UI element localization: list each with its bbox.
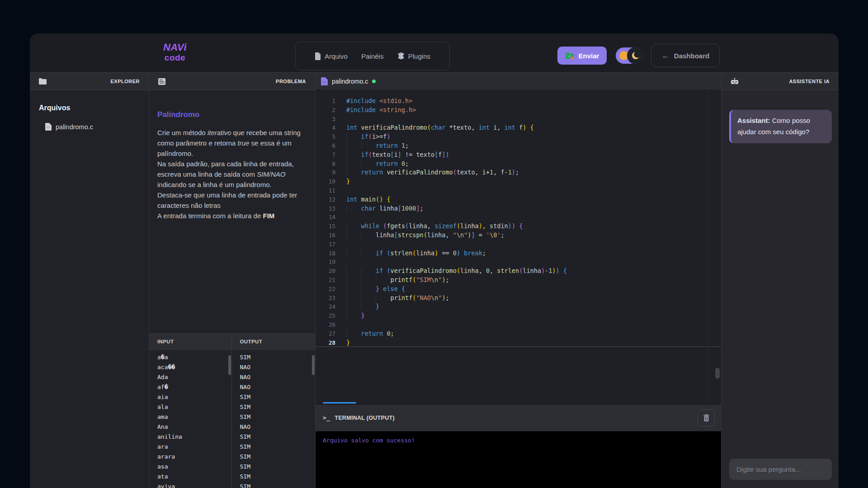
io-output-cell: SIM: [232, 443, 316, 453]
terminal-header: >_ TERMINAL (OUTPUT): [316, 404, 721, 432]
modified-dot: [372, 80, 376, 83]
code-line: 1#include <stdio.h>: [316, 97, 721, 106]
line-number: 10: [316, 177, 335, 186]
code-line: 3: [316, 115, 721, 124]
description-paragraph: Crie um método iterativo que recebe uma …: [157, 127, 304, 159]
code-line: 14: [316, 213, 721, 222]
io-input-cell: arara: [149, 453, 231, 463]
problem-panel: PROBLEMA Palindromo Crie um método itera…: [149, 72, 316, 488]
code-text: [335, 320, 346, 329]
code-line: 13 char linha[1000];: [316, 204, 721, 213]
assistant-panel: ASSISTENTE IA Assistant: Como posso ajud…: [722, 72, 839, 488]
menu-item-arquivo[interactable]: Arquivo: [315, 52, 348, 60]
io-input-cell: ata: [149, 473, 231, 483]
io-table: INPUT OUTPUT a�aaca��Adaaf�aiaalaamaAnaa…: [149, 333, 315, 488]
chat-input[interactable]: [729, 459, 832, 480]
code-text: if(texto[i] != texto[f]): [335, 150, 449, 160]
enviar-button[interactable]: ✓ Enviar: [557, 47, 607, 65]
code-text: linha[strcspn(linha, "\n")] = '\0';: [335, 231, 505, 240]
line-number: 4: [316, 123, 335, 132]
menu-item-label: Plugins: [408, 52, 430, 60]
terminal-prompt-icon: >_: [323, 414, 330, 421]
description-paragraph: A entrada termina com a leitura de FIM: [157, 211, 304, 221]
editor-scrollbar-thumb[interactable]: [715, 368, 720, 379]
io-input-cell: aia: [149, 394, 231, 404]
dashboard-button[interactable]: ← Dashboard: [651, 44, 720, 67]
code-line: 25 }: [316, 311, 721, 320]
code-text: [335, 115, 346, 124]
tab-filename: palindromo.c: [332, 78, 368, 85]
file-item[interactable]: ‹›palindromo.c: [45, 123, 149, 131]
clear-terminal-button[interactable]: [698, 409, 715, 427]
svg-text:✓: ✓: [568, 54, 571, 58]
file-icon: [315, 52, 321, 60]
code-text: if (verificaPalindromo(linha, 0, strlen(…: [335, 267, 567, 276]
editor-panel: ‹› palindromo.c 1#include <stdio.h>2#inc…: [316, 72, 722, 488]
code-text: return verificaPalindromo(texto, i+1, f-…: [335, 168, 519, 177]
code-text: return 1;: [335, 141, 409, 150]
input-scrollbar-thumb[interactable]: [228, 355, 231, 375]
code-text: } else {: [335, 285, 405, 294]
back-arrow-icon: ←: [661, 51, 670, 61]
io-output-cell: SIM: [232, 354, 316, 364]
io-input-cell: ara: [149, 443, 231, 453]
io-input-cell: Ada: [149, 374, 231, 384]
line-number: 25: [316, 311, 335, 320]
terminal-active-indicator: [323, 402, 356, 404]
io-output-cell: SIM: [232, 473, 316, 483]
assistant-header: ASSISTENTE IA: [722, 72, 839, 90]
line-number: 22: [316, 285, 335, 294]
io-output-cell: SIM: [232, 413, 316, 423]
line-number: 18: [316, 249, 335, 258]
menu-item-paineis[interactable]: Painéis: [361, 52, 383, 60]
code-text: [335, 213, 346, 222]
io-output-cell: SIM: [232, 394, 316, 404]
moon-icon: [627, 47, 644, 64]
io-output-cell: NAO: [232, 364, 316, 374]
line-number: 8: [316, 160, 335, 169]
c-file-icon: ‹›: [321, 77, 328, 85]
code-line: 10}: [316, 177, 721, 186]
folder-icon: [39, 78, 47, 84]
line-number: 15: [316, 222, 335, 231]
line-number: 24: [316, 302, 335, 311]
tab-palindromo-c[interactable]: ‹› palindromo.c: [321, 77, 376, 85]
code-line: 28}: [316, 338, 721, 347]
io-input-cell: asa: [149, 463, 231, 473]
io-output-cell: SIM: [232, 404, 316, 413]
io-table-head: INPUT OUTPUT: [149, 334, 315, 350]
line-number: 26: [316, 320, 335, 329]
menu-item-label: Painéis: [361, 52, 383, 60]
line-number: 19: [316, 258, 335, 267]
theme-toggle[interactable]: [616, 47, 644, 64]
io-output-cell: SIM: [232, 463, 316, 473]
code-editor[interactable]: 1#include <stdio.h>2#include <string.h>3…: [316, 90, 721, 402]
code-text: [335, 258, 346, 267]
app-window: NAVi code Arquivo Painéis Plugins: [30, 33, 839, 488]
menu-item-plugins[interactable]: Plugins: [397, 52, 430, 60]
terminal-output-area[interactable]: Arquivo salvo com sucesso!: [316, 432, 721, 488]
code-text: while (fgets(linha, sizeof(linha), stdin…: [335, 222, 523, 231]
io-input-cell: aviva: [149, 483, 231, 488]
io-output-cell: NAO: [232, 384, 316, 394]
code-text: char linha[1000];: [335, 204, 424, 213]
code-text: return 0;: [335, 329, 394, 338]
code-line: 18 if (strlen(linha) == 0) break;: [316, 249, 721, 258]
problem-header: PROBLEMA: [149, 72, 315, 90]
problem-title: PROBLEMA: [276, 79, 306, 84]
report-icon: [158, 78, 165, 85]
line-number: 28: [316, 338, 335, 347]
puzzle-icon: [397, 52, 405, 60]
output-scrollbar-thumb[interactable]: [312, 355, 315, 375]
code-line: 8 return 0;: [316, 160, 721, 169]
code-text: #include <string.h>: [335, 106, 416, 115]
code-line: 23 printf("NAO\n");: [316, 294, 721, 303]
io-output-cell: NAO: [232, 374, 316, 384]
robot-icon: [731, 78, 739, 85]
assistant-message: Assistant: Como posso ajudar com seu cód…: [729, 110, 832, 143]
main-menu: Arquivo Painéis Plugins: [295, 42, 450, 70]
svg-text:‹›: ‹›: [47, 126, 50, 129]
code-line: 11: [316, 186, 721, 195]
editor-tab-bar: ‹› palindromo.c: [316, 72, 721, 90]
code-line: 15 while (fgets(linha, sizeof(linha), st…: [316, 222, 721, 231]
